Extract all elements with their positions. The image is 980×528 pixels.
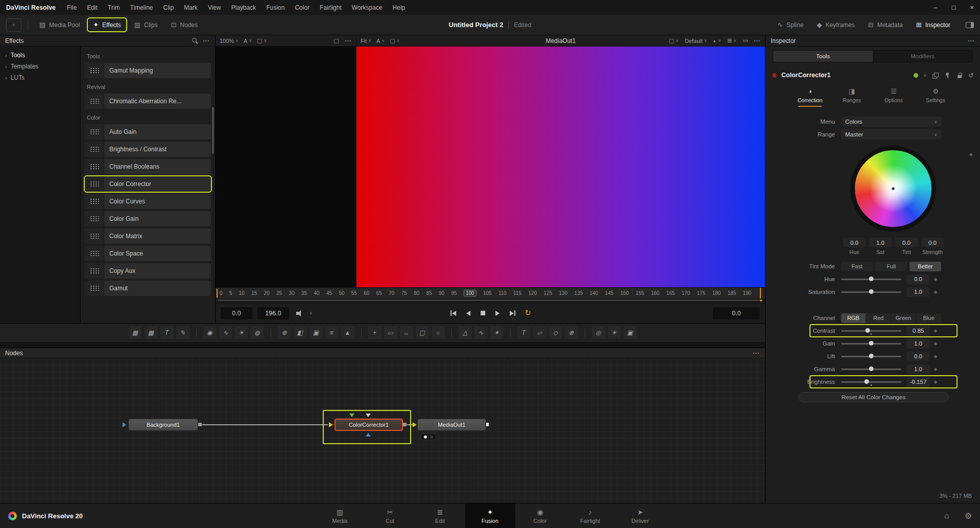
effects-button[interactable]: ✦ Effects [88, 18, 126, 31]
menu-item[interactable]: Help [393, 4, 405, 11]
metadata-button[interactable]: ⊟ Metadata [863, 18, 908, 31]
viewer-indicator-dots[interactable] [421, 433, 436, 440]
zoom-dropdown[interactable]: 100%∨ [220, 38, 238, 44]
reset-all-color-changes-button[interactable]: Reset All Color Changes [798, 392, 949, 402]
tree-item-templates[interactable]: › Templates [0, 61, 80, 72]
panel-options-icon[interactable]: ••• [968, 39, 975, 42]
pin-icon[interactable] [944, 72, 951, 79]
slider-thumb[interactable] [865, 328, 870, 333]
inspector-tab-modifiers[interactable]: Modifiers [873, 51, 972, 62]
slider-thumb[interactable] [864, 379, 869, 384]
parameter-slider[interactable] [841, 338, 901, 349]
viewer-options-icon[interactable]: ••• [754, 39, 761, 42]
render-time-field[interactable]: 0.0 [713, 307, 760, 319]
parameter-value-field[interactable]: 1.0 [906, 364, 930, 374]
lock-icon[interactable] [956, 72, 963, 79]
wheel-value-field[interactable]: 0.0 [921, 238, 944, 247]
play-reverse-button[interactable] [462, 308, 474, 318]
output-port[interactable] [198, 423, 202, 426]
text-plus-tool-icon[interactable]: T [160, 327, 174, 339]
parameter-value-field[interactable]: -0.157 [906, 377, 930, 387]
color-wheel-cursor[interactable] [891, 187, 896, 191]
effects-item-color-curves[interactable]: Color Curves [85, 194, 211, 209]
range-dropdown[interactable]: Master ∨ [841, 129, 941, 140]
menu-item[interactable]: Clip [163, 4, 174, 11]
parameter-slider[interactable] [841, 364, 901, 374]
parameter-slider[interactable] [841, 274, 901, 284]
effects-item-copy-aux[interactable]: Copy Aux [85, 263, 211, 279]
panel-options-icon[interactable]: ••• [203, 39, 210, 42]
hue-color-wheel[interactable] [850, 146, 936, 232]
color-curves-tool-icon[interactable]: ∿ [219, 327, 232, 339]
rectangle-mask-tool-icon[interactable]: ▢ [416, 327, 429, 339]
single-viewer-icon[interactable]: ▢ [333, 37, 339, 44]
resize-tool-icon[interactable]: ↔ [400, 327, 413, 339]
lut-dropdown[interactable]: Default∨ [685, 38, 707, 44]
app-title[interactable]: DaVinci Resolve [6, 4, 56, 11]
display-mode-dropdown[interactable]: ▢∨ [390, 37, 399, 44]
minimize-button[interactable]: – [934, 4, 937, 11]
camera-3d-tool-icon[interactable]: ◎ [592, 327, 605, 339]
monitor-dropdown[interactable]: ▢∨ [669, 37, 679, 44]
text-3d-tool-icon[interactable]: T [517, 327, 531, 339]
settings-gear-icon[interactable]: ⚙ [965, 511, 972, 521]
go-to-end-button[interactable] [506, 308, 519, 318]
parameter-value-field[interactable]: 1.0 [906, 339, 930, 349]
keyframe-icon[interactable]: ◆ [930, 277, 941, 282]
inspector-button[interactable]: ⊞ Inspector [911, 18, 955, 31]
input-arrow-icon[interactable] [413, 422, 417, 427]
effects-item-auto-gain[interactable]: Auto Gain [85, 124, 211, 140]
node-graph[interactable]: Background1 ColorCorrector1 MediaOut1 [0, 358, 765, 503]
input-arrow-icon[interactable] [123, 422, 126, 427]
wheel-value-field[interactable]: 1.0 [869, 238, 892, 247]
channel-blue[interactable]: Blue [916, 313, 941, 323]
effects-item-chromatic-aberration[interactable]: Chromatic Aberration Re... [85, 94, 211, 109]
menu-item[interactable]: Trim [108, 4, 120, 11]
close-button[interactable]: × [970, 4, 974, 11]
page-fairlight[interactable]: ♪ Fairlight [565, 503, 615, 528]
current-time-field[interactable]: 0.0 [221, 307, 252, 319]
tint-mode-fast[interactable]: Fast [841, 262, 873, 271]
color-corrector-tool-icon[interactable]: ◉ [203, 327, 217, 339]
keyframe-icon[interactable]: ◆ [930, 379, 941, 384]
home-icon[interactable]: ⌂ [944, 511, 949, 520]
dissolve-tool-icon[interactable]: ◧ [294, 327, 307, 339]
playhead[interactable] [760, 288, 761, 299]
keyframe-icon[interactable]: ◆ [930, 354, 941, 359]
letterbox-icon[interactable]: ▭ [743, 37, 748, 44]
fusion-tool-icon[interactable] [271, 329, 271, 337]
channel-dropdown[interactable]: A∨ [376, 38, 385, 44]
effects-section-tools[interactable]: Tools [85, 52, 211, 61]
channel-red[interactable]: Red [866, 313, 891, 323]
reset-icon[interactable]: ↺ [968, 72, 974, 79]
tab-correction[interactable]: ◑ Correction [795, 87, 825, 103]
clips-button[interactable]: ▥ Clips [129, 18, 163, 31]
effects-item-gamut-mapping[interactable]: Gamut Mapping [85, 63, 211, 78]
loop-button[interactable]: ↻ [521, 307, 534, 319]
node-mediaout1[interactable]: MediaOut1 [417, 419, 486, 431]
menu-item[interactable]: Fusion [266, 4, 284, 11]
effects-section-color[interactable]: Color [85, 113, 211, 122]
parameter-slider[interactable] [841, 351, 901, 361]
tab-ranges[interactable]: ◨ Ranges [837, 87, 867, 103]
left-viewer[interactable] [216, 47, 356, 287]
spline-button[interactable]: ∿ Spline [772, 18, 808, 31]
parameter-value-field[interactable]: 0.0 [906, 352, 930, 361]
input-arrow-icon[interactable] [329, 422, 333, 427]
parameter-value-field[interactable]: 0.0 [906, 274, 930, 284]
menu-dropdown[interactable]: Colors ∨ [841, 117, 941, 127]
chevron-down-icon[interactable]: ∨ [309, 311, 313, 315]
channel-green[interactable]: Green [891, 313, 916, 323]
effects-item-color-corrector[interactable]: Color Corrector [85, 176, 211, 192]
guides-dropdown[interactable]: ⊞∨ [727, 37, 736, 44]
panel-layout-icon[interactable] [966, 22, 974, 28]
merge-tool-icon[interactable]: ⊕ [278, 327, 291, 339]
media-pool-button[interactable]: ▤ Media Pool [34, 18, 85, 31]
parameter-slider[interactable] [841, 377, 901, 387]
duration-field[interactable]: 196.0 [257, 307, 289, 319]
menu-item[interactable]: Playback [231, 4, 256, 11]
tab-options[interactable]: ☰ Options [879, 87, 909, 103]
node-color-dot[interactable] [772, 73, 777, 78]
menu-item[interactable]: Workspace [352, 4, 383, 11]
bspline-mask-tool-icon[interactable]: ∿ [474, 327, 488, 339]
